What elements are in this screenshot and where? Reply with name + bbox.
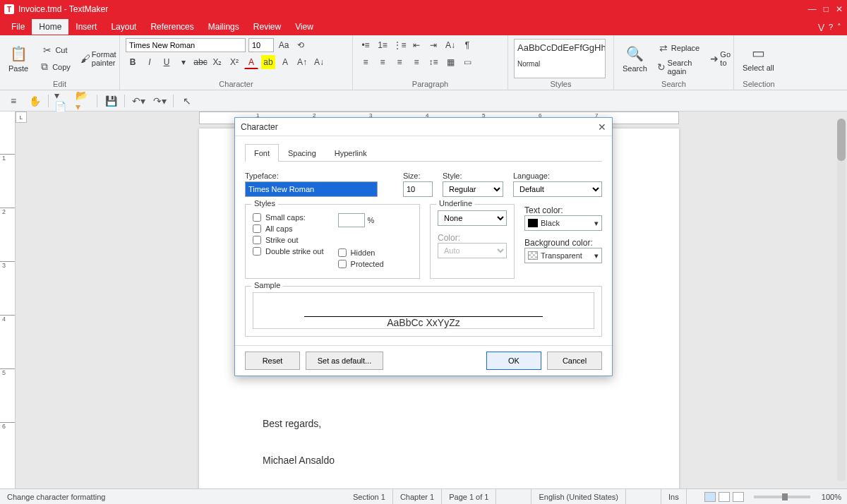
view-outline-icon[interactable] — [733, 492, 744, 502]
borders-button[interactable]: ▭ — [460, 55, 474, 69]
cut-button[interactable]: ✂ Cut — [35, 42, 73, 58]
zoom-slider-thumb[interactable] — [782, 493, 788, 500]
collapse-ribbon-icon[interactable]: ˄ — [837, 23, 841, 32]
text-color-select[interactable]: Black ▾ — [524, 215, 602, 231]
search-again-button[interactable]: ↻ Search again — [654, 57, 702, 77]
zoom-value[interactable]: 100% — [816, 493, 847, 501]
toggle-sidebar-icon[interactable]: ≡ — [6, 93, 21, 109]
ok-button[interactable]: OK — [486, 352, 541, 370]
menu-mailings[interactable]: Mailings — [201, 19, 246, 35]
paste-button[interactable]: 📋 Paste — [6, 43, 31, 74]
align-left-button[interactable]: ≡ — [359, 55, 373, 69]
justify-button[interactable]: ≡ — [409, 55, 424, 69]
menu-references[interactable]: References — [143, 19, 200, 35]
maximize-button[interactable]: □ — [824, 4, 829, 14]
minimize-button[interactable]: — — [808, 4, 817, 14]
replace-label: Replace — [671, 44, 699, 52]
close-button[interactable]: ✕ — [836, 4, 843, 14]
view-normal-icon[interactable] — [704, 492, 716, 502]
menu-home[interactable]: Home — [32, 19, 68, 35]
underline-button[interactable]: U — [160, 55, 174, 69]
menu-view[interactable]: View — [288, 19, 320, 35]
language-select[interactable]: Default — [513, 181, 602, 197]
line-spacing-button[interactable]: ↕≡ — [426, 55, 440, 69]
all-caps-checkbox[interactable] — [253, 224, 261, 233]
vertical-scrollbar[interactable] — [837, 119, 846, 481]
small-caps-pct-input[interactable] — [338, 213, 365, 227]
replace-button[interactable]: ⇄ Replace — [654, 40, 702, 56]
zoom-slider[interactable] — [754, 496, 810, 498]
decrease-indent-button[interactable]: ⇤ — [409, 38, 424, 52]
show-marks-button[interactable]: ¶ — [460, 38, 474, 52]
v-mark: 3 — [0, 261, 15, 269]
font-effects-button[interactable]: A — [278, 55, 292, 69]
tab-hyperlink[interactable]: Hyperlink — [325, 144, 376, 162]
set-default-button[interactable]: Set as default... — [306, 352, 383, 370]
strike-button[interactable]: abc — [193, 55, 208, 69]
format-painter-button[interactable]: 🖌 Format painter — [78, 49, 122, 68]
menu-layout[interactable]: Layout — [104, 19, 143, 35]
dialog-close-icon[interactable]: ✕ — [598, 121, 606, 133]
tab-font[interactable]: Font — [245, 144, 279, 162]
shading-button[interactable]: ▦ — [443, 55, 457, 69]
underline-select[interactable]: None — [438, 210, 507, 226]
select-all-button[interactable]: ▭ Select all — [740, 42, 777, 73]
v-mark: 2 — [0, 208, 15, 215]
reset-button[interactable]: Reset — [245, 352, 300, 370]
increase-indent-button[interactable]: ⇥ — [426, 38, 440, 52]
hand-tool-icon[interactable]: ✋ — [27, 93, 42, 109]
bold-button[interactable]: B — [126, 55, 140, 69]
undo-icon[interactable]: ↶▾ — [131, 93, 146, 109]
highlight-button[interactable]: ab — [261, 55, 275, 69]
clear-formatting-icon[interactable]: ⟲ — [294, 38, 308, 52]
pointer-icon[interactable]: ↖ — [179, 93, 195, 109]
search-again-label: Search again — [668, 59, 700, 76]
new-doc-icon[interactable]: ▾📄 — [54, 93, 70, 109]
dropdown-icon[interactable]: ▾ — [176, 55, 191, 69]
small-caps-checkbox[interactable] — [253, 213, 261, 222]
open-doc-icon[interactable]: 📂▾ — [76, 93, 91, 109]
shrink-font-button[interactable]: A↓ — [312, 55, 326, 69]
multilevel-button[interactable]: ⋮≡ — [392, 38, 407, 52]
hidden-checkbox[interactable] — [338, 248, 347, 257]
menu-file[interactable]: File — [4, 19, 32, 35]
grow-font-button[interactable]: A↑ — [295, 55, 309, 69]
status-language[interactable]: English (United States) — [531, 489, 626, 504]
size-input[interactable] — [403, 181, 433, 197]
align-center-button[interactable]: ≡ — [376, 55, 390, 69]
italic-button[interactable]: I — [143, 55, 157, 69]
double-strike-checkbox[interactable] — [253, 247, 261, 256]
help-icon[interactable]: ⋁ — [818, 23, 824, 32]
copy-button[interactable]: ⧉ Copy — [35, 59, 73, 75]
change-case-icon[interactable]: Aa — [277, 38, 291, 52]
style-select[interactable]: Regular — [443, 181, 503, 197]
goto-button[interactable]: ➜ Go to — [707, 49, 737, 68]
cancel-button[interactable]: Cancel — [547, 352, 602, 370]
ruler-corner[interactable]: L — [16, 112, 27, 123]
align-right-button[interactable]: ≡ — [392, 55, 407, 69]
status-ins-mode[interactable]: Ins — [661, 489, 687, 504]
subscript-button[interactable]: X₂ — [210, 55, 224, 69]
menu-review[interactable]: Review — [246, 19, 288, 35]
style-preview[interactable]: AaBbCcDdEeFfGgHh Normal — [514, 39, 606, 78]
strike-checkbox[interactable] — [253, 236, 261, 244]
numbering-button[interactable]: 1≡ — [376, 38, 390, 52]
status-bar: Change character formatting Section 1 Ch… — [0, 488, 847, 504]
view-master-icon[interactable] — [719, 492, 730, 502]
tab-spacing[interactable]: Spacing — [279, 144, 325, 162]
bg-color-select[interactable]: Transparent ▾ — [524, 248, 602, 263]
help-question-icon[interactable]: ? — [829, 23, 833, 32]
font-size-selector[interactable] — [248, 38, 274, 52]
search-button[interactable]: 🔍 Search — [620, 43, 650, 74]
sort-button[interactable]: A↓ — [443, 38, 457, 52]
superscript-button[interactable]: X² — [227, 55, 241, 69]
redo-icon[interactable]: ↷▾ — [152, 93, 167, 109]
typeface-input[interactable] — [245, 181, 378, 197]
scroll-thumb[interactable] — [837, 119, 846, 161]
save-icon[interactable]: 💾 — [103, 93, 119, 109]
bullets-button[interactable]: •≡ — [359, 38, 373, 52]
font-color-button[interactable]: A — [244, 55, 258, 69]
protected-checkbox[interactable] — [338, 260, 347, 268]
font-selector[interactable] — [126, 38, 246, 52]
menu-insert[interactable]: Insert — [68, 19, 104, 35]
